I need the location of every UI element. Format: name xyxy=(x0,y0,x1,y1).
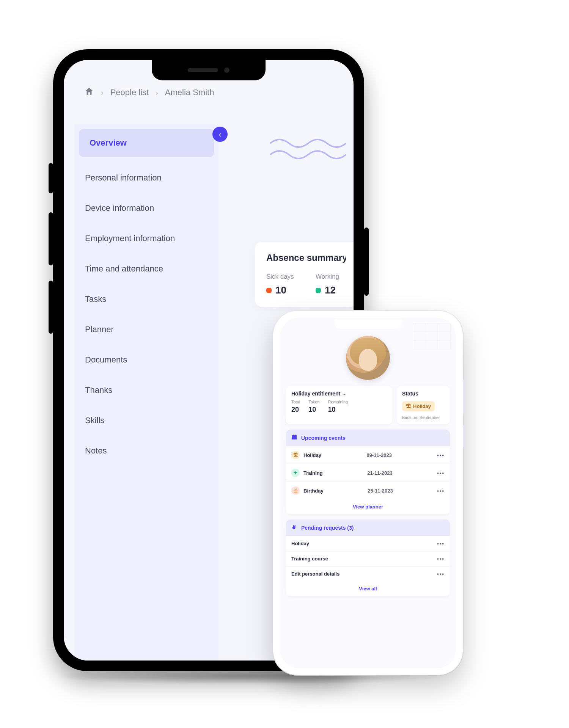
request-row[interactable]: Training course ••• xyxy=(286,551,450,566)
event-name: Birthday xyxy=(303,488,324,494)
absence-summary-title: Absence summary xyxy=(266,253,346,263)
sidebar-item-documents[interactable]: Documents xyxy=(74,346,218,374)
breadcrumb-people-list[interactable]: People list xyxy=(110,88,149,97)
sidebar-item-skills[interactable]: Skills xyxy=(74,406,218,435)
more-icon[interactable]: ••• xyxy=(437,488,445,494)
event-date: 21-11-2023 xyxy=(367,470,393,476)
sidebar-item-personal-information[interactable]: Personal information xyxy=(74,164,218,192)
sick-days-value: 10 xyxy=(275,284,286,296)
breadcrumb-person-name[interactable]: Amelia Smith xyxy=(165,88,214,97)
more-icon[interactable]: ••• xyxy=(437,571,445,577)
event-date: 09-11-2023 xyxy=(366,452,392,458)
phone-small-side-button xyxy=(463,379,466,413)
request-name: Holiday xyxy=(291,541,309,546)
entitlement-total-label: Total xyxy=(291,400,300,404)
pending-requests-card: Pending requests (3) Holiday ••• Trainin… xyxy=(286,519,450,596)
avatar[interactable] xyxy=(346,336,390,380)
sidebar: Overview Personal information Device inf… xyxy=(74,124,218,661)
home-icon[interactable] xyxy=(84,86,94,99)
sick-days-dot-icon xyxy=(266,288,272,293)
holiday-entitlement-label: Holiday entitlement xyxy=(291,391,340,397)
phone-power-button xyxy=(364,228,369,296)
phone-small-side-button xyxy=(463,425,466,447)
phone-small-notch xyxy=(334,318,402,329)
svg-rect-10 xyxy=(293,435,294,436)
working-value: 12 xyxy=(325,284,336,296)
sick-days-label: Sick days xyxy=(266,273,300,281)
event-row[interactable]: 🎂Birthday 25-11-2023 ••• xyxy=(286,482,450,499)
phone-small-frame: Holiday entitlement ⌄ Total 20 Taken 10 … xyxy=(273,311,463,675)
sidebar-item-overview[interactable]: Overview xyxy=(79,129,214,157)
grid-decoration xyxy=(413,323,451,350)
phone-notch xyxy=(152,60,266,80)
working-dot-icon xyxy=(316,288,321,293)
palm-tree-icon: 🏝 xyxy=(406,403,411,409)
status-pill-label: Holiday xyxy=(413,403,431,409)
front-camera xyxy=(224,67,229,73)
chevron-right-icon: › xyxy=(101,88,104,97)
view-all-link[interactable]: View all xyxy=(286,581,450,596)
status-card: Status 🏝 Holiday Back on: September xyxy=(397,386,450,424)
request-name: Training course xyxy=(291,556,328,562)
request-name: Edit personal details xyxy=(291,571,340,577)
working-label: Working xyxy=(316,273,350,281)
event-date: 25-11-2023 xyxy=(368,488,393,494)
entitlement-remaining-label: Remaining xyxy=(328,400,348,404)
phone-small-screen: Holiday entitlement ⌄ Total 20 Taken 10 … xyxy=(280,318,456,668)
view-planner-link[interactable]: View planner xyxy=(286,499,450,514)
sidebar-item-employment-information[interactable]: Employment information xyxy=(74,224,218,253)
sidebar-item-thanks[interactable]: Thanks xyxy=(74,376,218,404)
holiday-entitlement-card: Holiday entitlement ⌄ Total 20 Taken 10 … xyxy=(286,386,392,424)
holiday-entitlement-dropdown[interactable]: Holiday entitlement ⌄ xyxy=(291,391,387,397)
collapse-sidebar-button[interactable]: ‹ xyxy=(212,127,228,142)
calendar-icon xyxy=(291,434,297,441)
more-icon[interactable]: ••• xyxy=(437,541,445,546)
sidebar-item-time-and-attendance[interactable]: Time and attendance xyxy=(74,255,218,283)
event-row[interactable]: ✦Training 21-11-2023 ••• xyxy=(286,464,450,482)
status-title: Status xyxy=(402,391,418,397)
svg-rect-9 xyxy=(292,435,297,436)
entitlement-total-value: 20 xyxy=(291,406,300,414)
chevron-right-icon: › xyxy=(156,88,158,97)
speaker-grille xyxy=(188,68,218,72)
wave-decoration xyxy=(270,136,346,166)
sidebar-item-device-information[interactable]: Device information xyxy=(74,194,218,222)
absence-summary-card: Absence summary Sick days 10 Working 12 xyxy=(255,242,354,307)
back-on-value: September xyxy=(420,415,440,420)
upcoming-events-card: Upcoming events 🏝Holiday 09-11-2023 ••• … xyxy=(286,430,450,514)
more-icon[interactable]: ••• xyxy=(437,470,445,476)
event-row[interactable]: 🏝Holiday 09-11-2023 ••• xyxy=(286,446,450,464)
phone-volume-up xyxy=(49,212,53,265)
cake-icon: 🎂 xyxy=(291,486,300,495)
more-icon[interactable]: ••• xyxy=(437,452,445,458)
request-row[interactable]: Holiday ••• xyxy=(286,536,450,551)
sidebar-item-notes[interactable]: Notes xyxy=(74,437,218,465)
entitlement-taken-label: Taken xyxy=(308,400,319,404)
sidebar-item-tasks[interactable]: Tasks xyxy=(74,285,218,313)
sidebar-item-planner[interactable]: Planner xyxy=(74,315,218,344)
svg-rect-11 xyxy=(295,435,296,436)
phone-mute-switch xyxy=(49,163,53,193)
upcoming-events-title: Upcoming events xyxy=(301,435,346,441)
chevron-left-icon: ‹ xyxy=(219,130,222,139)
chevron-down-icon: ⌄ xyxy=(343,391,346,396)
palm-tree-icon: 🏝 xyxy=(291,451,300,459)
event-name: Training xyxy=(303,470,323,476)
training-icon: ✦ xyxy=(291,469,300,477)
entitlement-taken-value: 10 xyxy=(308,406,319,414)
status-pill: 🏝 Holiday xyxy=(402,401,435,411)
entitlement-remaining-value: 10 xyxy=(328,406,348,414)
back-on-label: Back on: xyxy=(402,415,418,420)
phone-volume-down xyxy=(49,281,53,334)
more-icon[interactable]: ••• xyxy=(437,556,445,562)
breadcrumb: › People list › Amelia Smith xyxy=(84,86,214,99)
pending-requests-title: Pending requests (3) xyxy=(301,525,354,531)
request-row[interactable]: Edit personal details ••• xyxy=(286,566,450,581)
hand-icon xyxy=(291,524,297,531)
event-name: Holiday xyxy=(303,452,321,458)
